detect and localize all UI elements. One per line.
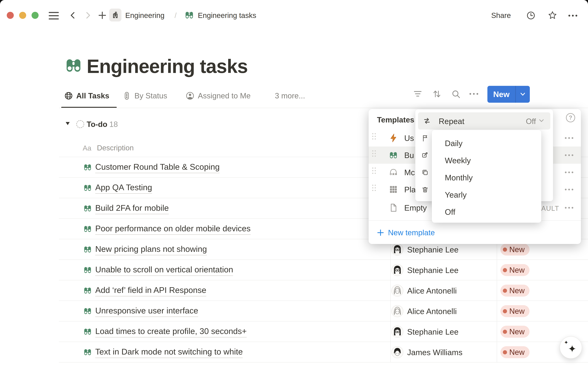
status-dot (503, 350, 507, 354)
template-label: Pla (404, 185, 416, 194)
template-more-button[interactable] (565, 206, 575, 209)
trash-icon[interactable] (421, 186, 429, 193)
more-actions-button[interactable] (568, 14, 577, 17)
new-button-group: New (487, 86, 530, 103)
assignee-name[interactable]: Alice Antonelli (407, 286, 457, 295)
repeat-option-yearly[interactable]: Yearly (432, 187, 541, 202)
new-template-button[interactable]: New template (377, 228, 435, 237)
tab-all-tasks[interactable]: All Tasks (64, 91, 109, 100)
drag-handle-icon[interactable] (372, 133, 376, 139)
task-title[interactable]: Unable to scroll on vertical orientation (95, 265, 233, 276)
task-title[interactable]: Poor performance on older mobile devices (95, 224, 251, 235)
status-badge[interactable]: New (500, 326, 529, 338)
person-icon (186, 91, 195, 100)
task-icon (83, 183, 92, 192)
template-more-button[interactable] (565, 188, 575, 191)
traffic-zoom-button[interactable] (32, 12, 39, 19)
repeat-option-daily[interactable]: Daily (432, 136, 541, 151)
repeat-option-off[interactable]: Off (432, 204, 541, 220)
task-icon (83, 163, 92, 172)
table-row[interactable]: Load times to create profile, 30 seconds… (59, 322, 588, 342)
task-title[interactable]: Text in Dark mode not switching to white (95, 347, 243, 358)
search-database-button[interactable] (451, 90, 461, 99)
filter-button[interactable] (413, 90, 422, 98)
table-row[interactable]: Add ‘ref’ field in API Response Alice An… (59, 280, 588, 301)
repeat-menu-item[interactable]: Repeat Off (418, 112, 550, 129)
drag-handle-icon[interactable] (372, 167, 376, 174)
avatar (391, 326, 403, 338)
new-button-dropdown[interactable] (516, 86, 530, 103)
tab-by-status[interactable]: By Status (123, 91, 167, 100)
repeat-option-weekly[interactable]: Weekly (432, 153, 541, 168)
new-page-button[interactable] (98, 11, 107, 20)
binoculars-icon (83, 327, 92, 336)
text-property-icon: Aa (83, 144, 91, 152)
table-row[interactable]: Unable to scroll on vertical orientation… (59, 260, 588, 280)
task-title[interactable]: New pricing plans not showing (95, 244, 207, 255)
status-badge[interactable]: New (500, 264, 529, 276)
sort-button[interactable] (432, 89, 442, 99)
task-title[interactable]: Unresponsive user interface (95, 306, 198, 317)
template-more-button[interactable] (565, 154, 575, 157)
binoculars-icon (83, 163, 92, 172)
column-header-description[interactable]: Description (97, 144, 134, 152)
zap-icon (389, 133, 398, 143)
repeat-submenu: Daily Weekly Monthly Yearly Off (432, 130, 541, 223)
repeat-option-monthly[interactable]: Monthly (432, 170, 541, 185)
tab-assigned-to-me[interactable]: Assigned to Me (186, 91, 251, 100)
task-title[interactable]: Load times to create profile, 30 seconds… (95, 326, 247, 338)
avatar (391, 244, 403, 256)
ai-assistant-button[interactable]: ✦ ✦ (560, 336, 582, 359)
flag-icon[interactable] (421, 134, 429, 142)
task-title[interactable]: Build 2FA for mobile (95, 203, 169, 214)
traffic-minimize-button[interactable] (19, 12, 26, 19)
status-badge[interactable]: New (500, 244, 529, 256)
avatar-james (392, 347, 403, 358)
assignee-name[interactable]: Stephanie Lee (407, 327, 458, 336)
table-row[interactable]: Text in Dark mode not switching to white… (59, 342, 588, 362)
binoculars-icon (83, 183, 92, 192)
group-collapse-toggle[interactable] (66, 122, 70, 125)
history-button[interactable] (526, 11, 535, 20)
status-dot (503, 248, 507, 252)
template-more-button[interactable] (565, 171, 575, 174)
breadcrumb-workspace[interactable]: Engineering (125, 11, 164, 20)
edit-icon[interactable] (421, 152, 429, 159)
drag-handle-icon[interactable] (372, 185, 376, 191)
chevron-down-icon (520, 92, 525, 96)
status-dot (503, 289, 507, 293)
status-badge[interactable]: New (500, 285, 529, 297)
duplicate-icon[interactable] (421, 169, 429, 176)
group-name[interactable]: To-do (87, 120, 107, 129)
page-icon[interactable] (64, 56, 83, 74)
traffic-close-button[interactable] (7, 12, 14, 19)
page-icon (389, 203, 398, 212)
tab-more-views[interactable]: 3 more... (275, 91, 305, 100)
forward-button[interactable] (84, 11, 92, 19)
task-title[interactable]: Add ‘ref’ field in API Response (95, 285, 206, 296)
chevron-left-icon (69, 11, 77, 19)
status-badge[interactable]: New (500, 305, 529, 317)
task-title[interactable]: App QA Testing (95, 183, 152, 194)
milestone-icon (389, 168, 398, 177)
assignee-name[interactable]: Stephanie Lee (407, 266, 458, 275)
repeat-icon (423, 117, 431, 125)
assignee-name[interactable]: Stephanie Lee (407, 245, 458, 254)
task-title[interactable]: Customer Round Table & Scoping (95, 162, 220, 173)
favorite-button[interactable] (548, 11, 557, 20)
drag-handle-icon[interactable] (372, 150, 376, 157)
template-more-button[interactable] (565, 137, 575, 139)
help-icon[interactable]: ? (566, 113, 575, 122)
table-row[interactable]: Unresponsive user interface Alice Antone… (59, 301, 588, 322)
breadcrumb-page[interactable]: Engineering tasks (198, 11, 256, 20)
assignee-name[interactable]: Alice Antonelli (407, 307, 457, 316)
task-icon (83, 286, 92, 295)
assignee-name[interactable]: James Williams (407, 348, 463, 357)
sidebar-toggle-menu-icon[interactable] (49, 12, 59, 19)
breadcrumb-workspace-icon[interactable] (109, 9, 121, 21)
new-button[interactable]: New (487, 86, 516, 103)
status-badge[interactable]: New (500, 346, 529, 358)
view-options-button[interactable] (470, 93, 478, 95)
back-button[interactable] (69, 11, 77, 19)
share-button[interactable]: Share (491, 11, 511, 20)
